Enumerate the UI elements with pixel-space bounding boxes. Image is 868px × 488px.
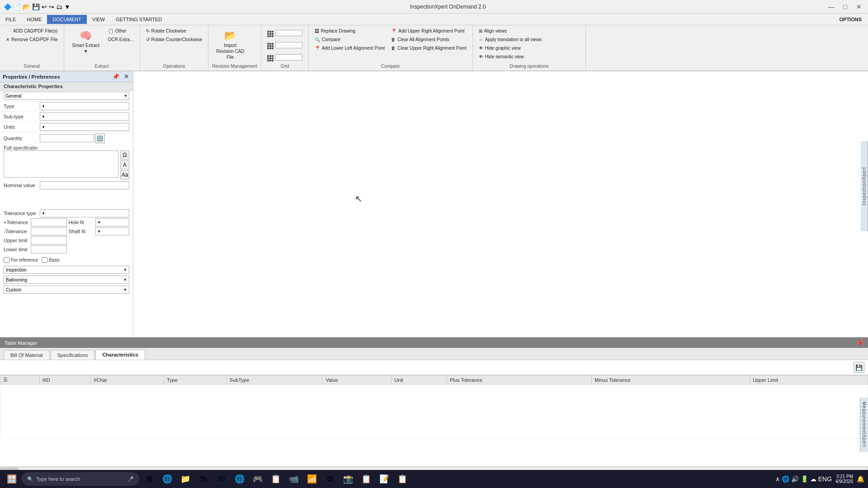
ocr-extra-button[interactable]: OCR Extra...	[106, 36, 136, 43]
battery-icon[interactable]: 🔋	[801, 475, 808, 483]
grid-select-1[interactable]	[275, 30, 302, 36]
network-icon[interactable]: 🌐	[782, 475, 789, 483]
smart-extract-button[interactable]: 🧠 Smart Extract ▼	[68, 27, 104, 56]
grid-btn-2[interactable]	[265, 39, 305, 51]
folder-icon[interactable]: 🗂	[56, 3, 62, 10]
tolerance-type-dropdown[interactable]	[40, 209, 129, 217]
units-dropdown[interactable]	[40, 123, 129, 131]
notification-icon[interactable]: 🔔	[857, 475, 864, 483]
language-indicator[interactable]: ENG	[818, 475, 832, 483]
grid-select-2[interactable]	[275, 42, 302, 48]
table-manager-pin[interactable]: 📌	[856, 339, 863, 347]
maximize-button[interactable]: □	[841, 2, 850, 11]
dropdown-icon[interactable]: ▼	[64, 3, 71, 10]
add-lower-left-button[interactable]: 📍 Add Lower Left Alignment Point	[312, 44, 387, 52]
taskbar-time[interactable]: 3:21 PM 4/9/2020	[835, 474, 853, 484]
text-format-button[interactable]: A	[120, 160, 129, 169]
quantity-input[interactable]	[40, 134, 94, 142]
taskbar-sticky[interactable]: 📋	[268, 471, 284, 487]
grid-btn-1[interactable]	[265, 27, 305, 38]
clear-all-alignment-button[interactable]: 🗑 Clear All Alignment Points	[389, 36, 468, 43]
subtype-dropdown[interactable]	[40, 113, 129, 121]
taskbar-search[interactable]: 🔍 Type here to search 🎤	[22, 472, 139, 486]
data-table[interactable]: ☰ #ID #Char Type SubType Value Unit Plus…	[0, 375, 868, 466]
full-spec-textarea[interactable]	[4, 150, 118, 178]
new-icon[interactable]: 📄	[13, 3, 21, 10]
shaft-fit-dropdown[interactable]	[95, 227, 129, 235]
grid-select-3[interactable]	[275, 54, 302, 61]
for-reference-label[interactable]: For reference	[4, 257, 38, 263]
type-dropdown[interactable]	[40, 102, 129, 110]
inspection-xpert-side-label[interactable]: InspectionXpert	[861, 141, 868, 231]
start-button[interactable]: 🪟	[4, 471, 20, 487]
nominal-input[interactable]	[40, 181, 129, 189]
taskbar-notepad[interactable]: 📝	[376, 471, 392, 487]
add-cad-pdf-button[interactable]: 📄 ADD CAD/PDF File(s)	[4, 27, 60, 35]
rotate-counter-clockwise-button[interactable]: ↺ Rotate CounterClockwise	[144, 36, 205, 43]
taskbar-settings[interactable]: ⚙	[322, 471, 338, 487]
minus-tolerance-input[interactable]	[31, 227, 67, 235]
clear-upper-right-button[interactable]: 🗑 Clear Upper Right Alignment Point	[389, 44, 468, 52]
table-export-button[interactable]: 💾	[854, 362, 864, 373]
basic-checkbox[interactable]	[42, 257, 47, 263]
speaker-icon[interactable]: 🔊	[791, 475, 799, 483]
cloud-icon[interactable]: ☁	[810, 475, 816, 483]
undo-icon[interactable]: ↩	[42, 3, 47, 10]
replace-drawing-button[interactable]: 🖼 Replace Drawing	[312, 27, 387, 35]
rotate-clockwise-button[interactable]: ↻ Rotate Clockwise	[144, 27, 205, 35]
hole-fit-dropdown[interactable]	[95, 218, 129, 226]
taskbar-chrome[interactable]: 🌐	[231, 471, 248, 487]
import-revision-cad-button[interactable]: 📂 Import Revision CAD File	[212, 27, 248, 62]
ballooning-dropdown[interactable]: Ballooning	[4, 276, 129, 284]
redo-icon[interactable]: ↪	[49, 3, 54, 10]
taskbar-wifi[interactable]: 📶	[304, 471, 320, 487]
save-icon[interactable]: 💾	[32, 3, 40, 10]
menu-getting-started[interactable]: GETTING STARTED	[110, 15, 167, 24]
tab-characteristics[interactable]: Characteristics	[95, 350, 145, 360]
taskbar-explorer[interactable]: 📁	[177, 471, 193, 487]
taskbar-mail[interactable]: ✉	[213, 471, 230, 487]
other-button[interactable]: 📋 Other	[106, 27, 136, 35]
close-panel-button[interactable]: ✕	[123, 73, 130, 80]
chevron-up-icon[interactable]: ∧	[775, 475, 780, 483]
basic-label[interactable]: Basic	[42, 257, 60, 263]
hide-semantic-view-button[interactable]: 👁 Hide semantic view	[476, 53, 544, 61]
menu-document[interactable]: DOCUMENT	[47, 15, 87, 24]
taskbar-edge[interactable]: 🌐	[159, 471, 175, 487]
menu-home[interactable]: HOME	[21, 15, 47, 24]
taskbar-app7[interactable]: 🎮	[250, 471, 266, 487]
tab-bill-of-material[interactable]: Bill Of Material	[4, 350, 50, 360]
measurement-xpert-label[interactable]: MeasurementXpert	[861, 399, 868, 450]
custom-dropdown[interactable]: Custom	[4, 286, 129, 294]
open-icon[interactable]: 📂	[23, 3, 30, 10]
inspection-dropdown[interactable]: Inspection	[4, 266, 129, 274]
align-views-button[interactable]: ⊞ Align views	[476, 27, 544, 35]
canvas-area[interactable]: ↖ InspectionXpert	[133, 71, 868, 337]
for-reference-checkbox[interactable]	[4, 257, 9, 263]
taskbar-photos[interactable]: 📸	[340, 471, 356, 487]
lower-limit-input[interactable]	[31, 245, 67, 253]
compare-button[interactable]: 🔍 Compare	[312, 36, 387, 43]
menu-file[interactable]: FILE	[0, 15, 21, 24]
close-button[interactable]: ✕	[854, 2, 864, 11]
plus-tolerance-input[interactable]	[31, 218, 67, 226]
taskbar-task-view[interactable]: ⊞	[141, 471, 157, 487]
microphone-icon[interactable]: 🎤	[127, 476, 134, 482]
upper-limit-input[interactable]	[31, 236, 67, 244]
taskbar-app12[interactable]: 📋	[358, 471, 374, 487]
hide-graphic-view-button[interactable]: 👁 Hide graphic view	[476, 44, 544, 52]
taskbar-app14[interactable]: 📋	[394, 471, 410, 487]
menu-view[interactable]: VIEW	[87, 15, 110, 24]
taskbar-store[interactable]: 🛍	[195, 471, 212, 487]
apply-translation-button[interactable]: ↔ Apply translation to all views	[476, 36, 544, 43]
remove-cad-pdf-button[interactable]: ✕ Remove CAD/PDF File	[4, 36, 60, 43]
grid-btn-3[interactable]	[265, 52, 305, 63]
taskbar-zoom[interactable]: 📹	[286, 471, 302, 487]
omega-button[interactable]: Ω	[120, 150, 129, 160]
tab-specifications[interactable]: Specifications	[51, 350, 95, 360]
add-upper-right-button[interactable]: 📍 Add Upper Right Alignment Point	[389, 27, 468, 35]
quantity-icon-button[interactable]: 🔢	[95, 133, 105, 143]
options-button[interactable]: OPTIONS	[833, 15, 868, 24]
minimize-button[interactable]: —	[826, 2, 837, 11]
pin-button[interactable]: 📌	[111, 73, 121, 80]
